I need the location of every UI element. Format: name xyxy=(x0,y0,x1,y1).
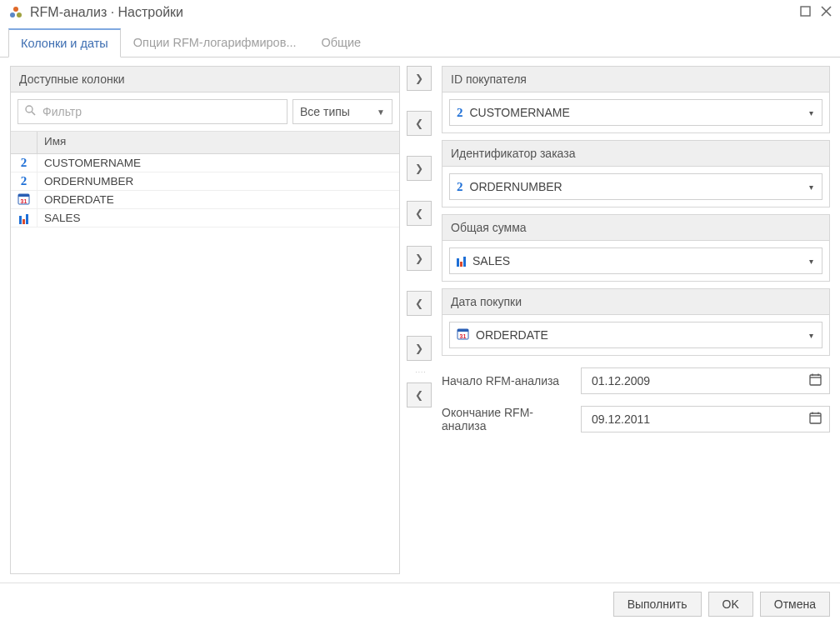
end-date-input[interactable] xyxy=(590,412,808,427)
field-amount-title: Общая сумма xyxy=(442,215,829,241)
column-name: ORDERNUMBER xyxy=(38,175,399,188)
field-date-title: Дата покупки xyxy=(442,289,829,315)
table-row[interactable]: 31 ORDERDATE xyxy=(11,191,399,209)
svg-point-1 xyxy=(10,12,15,18)
svg-rect-14 xyxy=(810,375,821,385)
field-amount: Общая сумма SALES ▾ xyxy=(442,214,830,282)
field-customer-id: ID покупателя 2 CUSTOMERNAME ▾ xyxy=(442,66,830,133)
filter-input-wrap[interactable] xyxy=(18,99,288,124)
table-row[interactable]: SALES xyxy=(11,209,399,228)
move-left-order[interactable]: ❮ xyxy=(407,201,432,226)
tab-columns-dates[interactable]: Колонки и даты xyxy=(8,28,121,58)
move-right-amount[interactable]: ❯ xyxy=(407,246,432,271)
svg-text:31: 31 xyxy=(460,333,467,339)
move-left-customer[interactable]: ❮ xyxy=(407,111,432,136)
move-right-order[interactable]: ❯ xyxy=(407,156,432,181)
available-columns-pane: Доступные колонки Все типы ▼ Имя xyxy=(10,66,400,574)
move-right-customer[interactable]: ❯ xyxy=(407,66,432,91)
execute-button[interactable]: Выполнить xyxy=(613,592,702,617)
type-icon: 31 xyxy=(11,191,38,208)
svg-point-2 xyxy=(17,12,22,18)
cancel-button[interactable]: Отмена xyxy=(760,592,830,617)
column-name: ORDERDATE xyxy=(38,193,399,206)
chevron-down-icon: ▼ xyxy=(377,108,385,117)
date-combo-value: ORDERDATE xyxy=(476,328,548,342)
column-name: SALES xyxy=(38,212,399,224)
titlebar: RFM-анализ · Настройки xyxy=(0,0,840,23)
available-columns-title: Доступные колонки xyxy=(11,67,399,92)
ok-button[interactable]: OK xyxy=(708,592,753,617)
dialog-footer: Выполнить OK Отмена xyxy=(0,582,840,625)
move-right-date[interactable]: ❯ xyxy=(407,336,432,361)
chevron-down-icon: ▾ xyxy=(809,331,813,340)
amount-combo-value: SALES xyxy=(472,254,510,268)
tabs: Колонки и даты Опции RFM-логарифмиров...… xyxy=(0,28,840,58)
svg-rect-3 xyxy=(801,7,810,16)
chevron-down-icon: ▾ xyxy=(809,182,813,192)
customer-combo-value: CUSTOMERNAME xyxy=(470,106,570,119)
chevron-down-icon: ▾ xyxy=(809,108,813,118)
grid-header-icon-col[interactable] xyxy=(11,132,38,153)
end-date-label: Окончание RFM-анализа xyxy=(442,406,571,432)
type-icon: 2 xyxy=(11,154,38,172)
start-date-field[interactable] xyxy=(581,368,830,394)
start-date-label: Начало RFM-анализа xyxy=(442,374,571,388)
search-icon xyxy=(25,105,36,118)
field-customer-title: ID покупателя xyxy=(442,67,829,92)
calendar-icon: 31 xyxy=(18,192,30,208)
calendar-picker-icon[interactable] xyxy=(808,372,822,389)
filter-input[interactable] xyxy=(41,104,280,119)
column-name: CUSTOMERNAME xyxy=(38,157,399,169)
order-combo-value: ORDERNUMBER xyxy=(470,180,562,193)
app-icon xyxy=(8,5,23,20)
type-select[interactable]: Все типы ▼ xyxy=(292,99,392,124)
move-left-date[interactable]: ❮ xyxy=(407,382,432,408)
svg-point-0 xyxy=(13,7,18,12)
table-row[interactable]: 2 ORDERNUMBER xyxy=(11,172,399,191)
columns-grid: Имя 2 CUSTOMERNAME 2 ORDERNUMBER 31 xyxy=(11,131,399,573)
field-purchase-date: Дата покупки 31 ORDERDATE ▾ xyxy=(442,288,830,356)
type-icon: 2 xyxy=(11,172,38,190)
assignment-pane: ID покупателя 2 CUSTOMERNAME ▾ Идентифик… xyxy=(442,66,830,574)
calendar-icon: 31 xyxy=(457,328,469,342)
amount-combo[interactable]: SALES ▾ xyxy=(449,248,822,274)
tab-rfm-log-options[interactable]: Опции RFM-логарифмиров... xyxy=(121,28,309,58)
end-date-field[interactable] xyxy=(581,406,830,432)
type-icon: 2 xyxy=(457,106,463,120)
splitter-handle[interactable]: ∙∙∙∙ xyxy=(407,368,435,376)
type-select-label: Все типы xyxy=(300,105,350,118)
tab-general[interactable]: Общие xyxy=(308,28,373,58)
field-order-id: Идентификатор заказа 2 ORDERNUMBER ▾ xyxy=(442,140,830,208)
svg-point-6 xyxy=(26,106,32,112)
window-title: RFM-анализ · Настройки xyxy=(30,5,800,20)
grid-header-name-col[interactable]: Имя xyxy=(38,132,399,153)
type-icon: 2 xyxy=(457,180,463,194)
order-combo[interactable]: 2 ORDERNUMBER ▾ xyxy=(449,173,822,200)
field-order-title: Идентификатор заказа xyxy=(442,141,829,167)
svg-text:31: 31 xyxy=(21,198,28,203)
start-date-input[interactable] xyxy=(590,373,808,388)
calendar-picker-icon[interactable] xyxy=(808,411,822,428)
type-icon xyxy=(11,209,38,227)
close-button[interactable] xyxy=(821,6,832,19)
maximize-button[interactable] xyxy=(800,6,811,19)
svg-rect-9 xyxy=(18,194,29,197)
transfer-buttons: ❯ ❮ ❯ ❮ ❯ ❮ ❯ ∙∙∙∙ ❮ xyxy=(407,66,435,574)
bars-icon xyxy=(19,212,28,224)
move-left-amount[interactable]: ❮ xyxy=(407,291,432,316)
bars-icon xyxy=(457,255,466,267)
customer-combo[interactable]: 2 CUSTOMERNAME ▾ xyxy=(449,99,822,126)
chevron-down-icon: ▾ xyxy=(809,257,813,266)
table-row[interactable]: 2 CUSTOMERNAME xyxy=(11,154,399,172)
svg-line-7 xyxy=(32,112,35,115)
svg-rect-12 xyxy=(458,329,468,332)
grid-header: Имя xyxy=(11,132,399,154)
date-combo[interactable]: 31 ORDERDATE ▾ xyxy=(449,322,822,348)
svg-rect-18 xyxy=(810,413,821,423)
